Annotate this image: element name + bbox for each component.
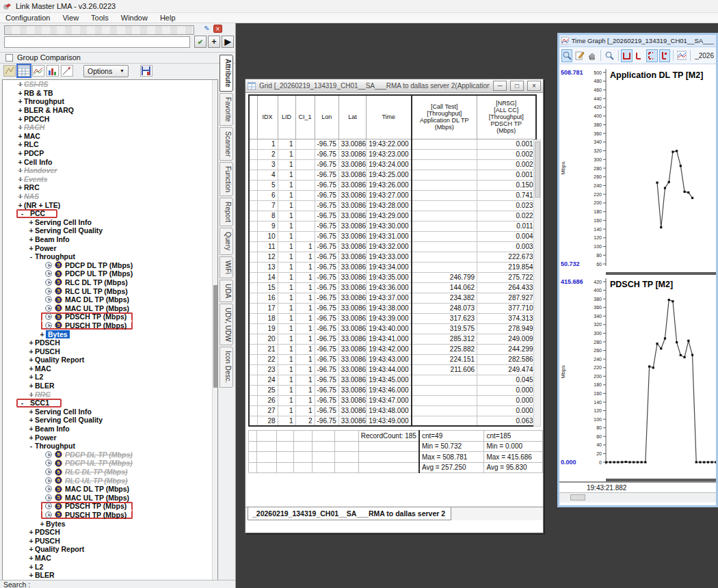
grid-row[interactable]: 31-96.7533.008619:43:24.0000.002 <box>249 159 536 170</box>
expand-icon[interactable]: + <box>27 425 35 433</box>
tree-item-rrc[interactable]: +RRC <box>3 183 217 192</box>
tree-item-pdcp-dl-tp-mbps[interactable]: 5PDCP DL TP (Mbps) <box>3 451 217 459</box>
column-header[interactable] <box>249 95 257 139</box>
tree-item-pusch[interactable]: +PUSCH <box>3 536 217 545</box>
column-header-mbps[interactable]: [NR5G] [ALL CC] [Throughput] PDSCH TP (M… <box>477 95 536 139</box>
tree-item-pusch[interactable]: +PUSCH <box>3 347 217 356</box>
tab-function[interactable]: Function <box>220 162 233 196</box>
menu-help[interactable]: Help <box>160 14 176 22</box>
tree-item-throughput[interactable]: +Throughput <box>3 97 217 106</box>
expand-icon[interactable]: + <box>27 537 35 545</box>
tree-item-quality-report[interactable]: +Quality Report <box>3 545 217 554</box>
grid-row[interactable]: 2111-96.7533.008619:43:42.000225.882244.… <box>249 344 536 354</box>
tree-item-pdcp-ul-tp-mbps[interactable]: 5PDCP UL TP (Mbps) <box>3 459 217 468</box>
grid-scrollbar-thumb[interactable] <box>535 142 540 198</box>
expand-icon[interactable]: + <box>27 244 35 252</box>
grid-row[interactable]: 91-96.7533.008619:43:30.0000.011 <box>249 221 536 231</box>
tree-item-serving-cell-info[interactable]: +Serving Cell Info <box>3 407 217 416</box>
tree-item-rlc-dl-tp-mbps[interactable]: 5RLC DL TP (Mbps) <box>3 468 217 477</box>
tree-item-bler[interactable]: +BLER <box>3 382 217 390</box>
tab-uda[interactable]: UDA <box>220 280 233 302</box>
axis-left-icon[interactable] <box>634 49 645 62</box>
tree-item-rach[interactable]: +RACH <box>3 123 217 132</box>
grid-row[interactable]: 1211-96.7533.008619:43:33.000222.673 <box>249 252 536 262</box>
expand-icon[interactable]: + <box>27 338 35 347</box>
tree-item-cell-info[interactable]: +Cell Info <box>3 157 217 166</box>
application-dl-tp-chart[interactable]: 5004804604404204003803603403203002802602… <box>559 64 716 269</box>
tree-item-handover[interactable]: +Handover <box>3 166 217 175</box>
axis-corner-icon[interactable] <box>659 49 670 62</box>
tree-item-mac[interactable]: +MAC <box>3 554 217 563</box>
scatter-icon[interactable] <box>61 65 73 77</box>
expand-icon[interactable]: + <box>38 520 46 528</box>
expand-icon[interactable]: + <box>27 218 35 226</box>
expand-icon[interactable]: + <box>27 571 35 579</box>
tree-item-nas[interactable]: +NAS <box>3 192 217 201</box>
tree-item-throughput[interactable]: -Throughput <box>3 442 217 451</box>
minimize-button[interactable]: ─ <box>493 81 507 91</box>
close-button[interactable]: × <box>527 81 541 91</box>
expand-icon[interactable]: + <box>16 115 24 123</box>
expand-icon[interactable]: + <box>27 554 35 562</box>
expand-icon[interactable]: + <box>38 330 46 338</box>
grid-row[interactable]: 51-96.7533.008619:43:26.0000.150 <box>249 180 536 190</box>
tree-item-mac-dl-tp-mbps[interactable]: 5MAC DL TP (Mbps) <box>3 295 217 304</box>
grid-row[interactable]: 2711-96.7533.008619:43:48.0000.000 <box>249 405 536 416</box>
query-input[interactable] <box>4 36 190 48</box>
tree-item-pcc[interactable]: -PCC <box>3 209 217 218</box>
expand-icon[interactable]: + <box>27 390 35 399</box>
tree-scrollbar[interactable] <box>212 80 217 580</box>
bar-chart-icon[interactable] <box>46 65 59 77</box>
grid-row[interactable]: 71-96.7533.008619:43:28.0000.023 <box>249 200 536 211</box>
tree-item-bytes[interactable]: +Bytes <box>3 519 217 528</box>
tree-item-mac-ul-tp-mbps[interactable]: 5MAC UL TP (Mbps) <box>3 494 217 503</box>
column-header-time[interactable]: Time <box>367 95 412 139</box>
tree-item-pdcp-dl-tp-mbps[interactable]: 5PDCP DL TP (Mbps) <box>3 260 217 269</box>
map-icon[interactable] <box>3 65 16 77</box>
play-icon[interactable]: ▶ <box>222 36 234 48</box>
expand-icon[interactable]: + <box>16 140 24 148</box>
tree-item-pdsch[interactable]: +PDSCH <box>3 528 217 537</box>
tree-item-pusch-tp-mbps[interactable]: 5PUSCH TP (Mbps) <box>3 511 217 520</box>
tree-item-pdcch[interactable]: +PDCCH <box>3 114 217 123</box>
tree-item-pdcp[interactable]: +PDCP <box>3 149 217 158</box>
tree-item-power[interactable]: +Power <box>3 243 217 252</box>
collapse-icon[interactable]: - <box>18 399 26 407</box>
tab-scanner[interactable]: Scanner <box>220 127 233 161</box>
grid-row[interactable]: 2611-96.7533.008619:43:47.0000.000 <box>249 395 536 405</box>
column-header-mbps[interactable]: [Call Test] [Throughput] Application DL … <box>412 95 477 139</box>
grid-row[interactable]: 11-96.7533.008619:43:22.0000.001 <box>249 139 536 149</box>
expand-icon[interactable]: + <box>27 356 35 364</box>
tree-item-mac[interactable]: +MAC <box>3 132 217 141</box>
expand-icon[interactable]: + <box>27 407 35 416</box>
grid-row[interactable]: 1311-96.7533.008619:43:34.000219.854 <box>249 262 536 272</box>
tree-item-quality-report[interactable]: +Quality Report <box>3 356 217 364</box>
expand-icon[interactable]: + <box>16 149 24 157</box>
tree-item-serving-cell-quality[interactable]: +Serving Cell Quality <box>3 226 217 235</box>
tree-item-csi-rs[interactable]: +CSI-RS <box>3 80 217 89</box>
grid-sheet-tab[interactable]: _20260219_134319_CH01__SA___RMA to dalla… <box>248 507 451 520</box>
tree-scrollbar-thumb[interactable] <box>213 285 217 388</box>
tree-item-events[interactable]: +Events <box>3 175 217 184</box>
expand-icon[interactable]: + <box>27 382 35 390</box>
grid-row[interactable]: 1711-96.7533.008619:43:38.000248.073377.… <box>249 303 536 313</box>
search-row[interactable]: Search : <box>0 580 235 588</box>
grid-row[interactable]: 101-96.7533.008619:43:31.0000.004 <box>249 231 536 241</box>
expand-icon[interactable]: + <box>16 132 24 140</box>
line-graph-icon[interactable] <box>32 65 44 77</box>
pen-icon[interactable]: ✎ <box>202 25 211 33</box>
tree-item-serving-cell-info[interactable]: +Serving Cell Info <box>3 218 217 227</box>
expand-icon[interactable]: + <box>16 158 24 166</box>
grid-row[interactable]: 81-96.7533.008619:43:29.0000.022 <box>249 211 536 221</box>
grid-row[interactable]: 2211-96.7533.008619:43:43.000224.151282.… <box>249 354 536 364</box>
tree-item-pdsch[interactable]: +PDSCH <box>3 338 217 347</box>
expand-icon[interactable]: + <box>27 373 35 381</box>
collapse-icon[interactable]: - <box>18 209 26 217</box>
expand-icon[interactable]: + <box>27 364 35 373</box>
graph-source-dropdown[interactable]: _2026 <box>695 52 714 59</box>
axis-left-right-icon[interactable] <box>621 49 632 62</box>
grid-view-icon[interactable] <box>18 65 30 77</box>
tree-item-rlc[interactable]: +RLC <box>3 140 217 149</box>
tree-item-power[interactable]: +Power <box>3 433 217 442</box>
time-graph-titlebar[interactable]: Time Graph [_20260219_134319_CH01__SA___… <box>559 35 716 47</box>
